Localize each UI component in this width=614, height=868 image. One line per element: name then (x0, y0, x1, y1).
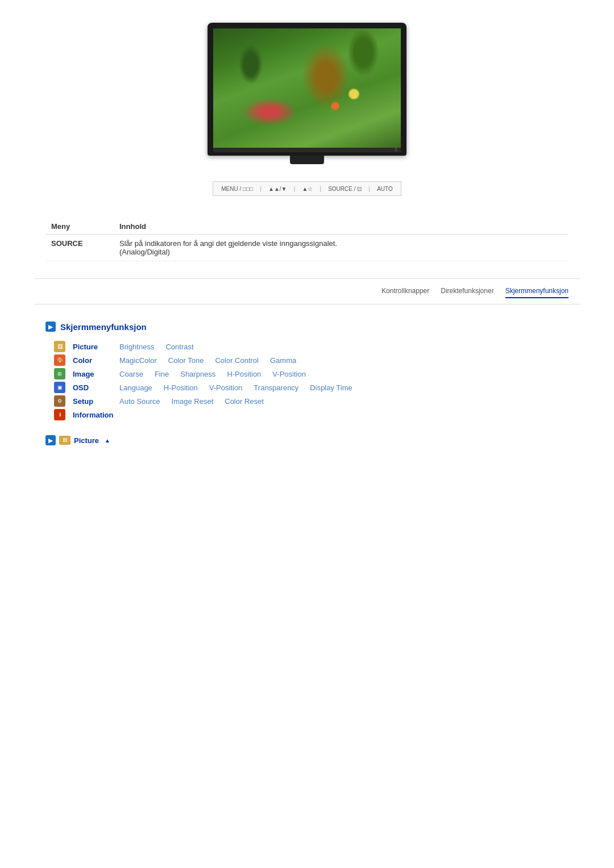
picture-label[interactable]: Picture (68, 343, 119, 351)
screen-menu-section: ▶ Skjermmenyfunksjon 🖼 Picture Brightnes… (34, 316, 580, 454)
adjust-icon: ▲☆ (302, 186, 313, 192)
menu-grid: 🖼 Picture Brightness Contrast 🎨 Color Ma… (51, 341, 569, 420)
image-fine[interactable]: Fine (155, 370, 169, 378)
osd-hposition[interactable]: H-Position (164, 383, 198, 392)
picture-contrast[interactable]: Contrast (165, 343, 193, 351)
ctrl-menu: MENU / □□□ (221, 186, 253, 192)
monitor-section (34, 23, 580, 164)
section-icon: ▶ (45, 322, 56, 332)
osd-label[interactable]: OSD (68, 383, 119, 392)
menu-row-information: ℹ Information (51, 409, 569, 420)
monitor-stand (290, 156, 324, 164)
picture-icon-cell: 🖼 (51, 341, 68, 352)
ctrl-auto: AUTO (377, 186, 393, 192)
image-hposition[interactable]: H-Position (227, 370, 261, 378)
image-vposition[interactable]: V-Position (272, 370, 306, 378)
osd-language[interactable]: Language (119, 383, 152, 392)
info-label[interactable]: Information (68, 411, 119, 419)
tab-direktefunksjoner[interactable]: Direktefunksjoner (441, 285, 493, 298)
row-content: Slår på indikatoren for å angi det gjeld… (114, 235, 569, 261)
picture-icon: 🖼 (54, 341, 65, 352)
setup-colorreset[interactable]: Color Reset (225, 397, 264, 406)
col1-header: Meny (45, 219, 114, 235)
breadcrumb-arrow: ▲ (105, 437, 110, 444)
menu-icon: MENU / □□□ (221, 186, 253, 192)
color-control[interactable]: Color Control (215, 356, 259, 365)
menu-row-setup: ⚙ Setup Auto Source Image Reset Color Re… (51, 395, 569, 407)
ctrl-separator-3: | (320, 185, 321, 192)
osd-icon: ▣ (54, 382, 65, 393)
source-icon: SOURCE / ⊡ (328, 186, 362, 192)
brightness-arrows-icon: ▲▲/▼ (268, 186, 287, 192)
setup-label[interactable]: Setup (68, 397, 119, 406)
row-label: SOURCE (45, 235, 114, 261)
color-label[interactable]: Color (68, 356, 119, 365)
ctrl-source: SOURCE / ⊡ (328, 186, 362, 192)
ctrl-separator-2: | (294, 185, 296, 192)
setup-icon: ⚙ (54, 395, 65, 407)
menu-row-osd: ▣ OSD Language H-Position V-Position Tra… (51, 382, 569, 393)
menu-row-color: 🎨 Color MagicColor Color Tone Color Cont… (51, 354, 569, 366)
image-coarse[interactable]: Coarse (119, 370, 143, 378)
image-label[interactable]: Image (68, 370, 119, 378)
color-items: MagicColor Color Tone Color Control Gamm… (119, 356, 296, 365)
osd-icon-cell: ▣ (51, 382, 68, 393)
section-header: ▶ Skjermmenyfunksjon (45, 322, 569, 332)
monitor-base (213, 148, 401, 152)
info-table-section: Meny Innhold SOURCE Slår på indikatoren … (34, 219, 580, 261)
tab-skjermmenyfunksjon[interactable]: Skjermmenyfunksjon (505, 285, 569, 298)
ctrl-separator-4: | (368, 185, 370, 192)
info-icon-cell: ℹ (51, 409, 68, 420)
setup-icon-cell: ⚙ (51, 395, 68, 407)
color-gamma[interactable]: Gamma (270, 356, 296, 365)
info-table: Meny Innhold SOURCE Slår på indikatoren … (45, 219, 569, 261)
image-icon: ⊞ (54, 368, 65, 379)
ctrl-source-adjust: ▲☆ (302, 186, 313, 192)
section-title: Skjermmenyfunksjon (60, 322, 147, 332)
control-bar-section: MENU / □□□ | ▲▲/▼ | ▲☆ | SOURCE / ⊡ | AU… (34, 181, 580, 196)
setup-items: Auto Source Image Reset Color Reset (119, 397, 264, 406)
col2-header: Innhold (114, 219, 569, 235)
menu-row-image: ⊞ Image Coarse Fine Sharpness H-Position… (51, 368, 569, 379)
picture-items: Brightness Contrast (119, 343, 194, 351)
color-icon: 🎨 (54, 354, 65, 366)
ctrl-brightness: ▲▲/▼ (268, 186, 287, 192)
setup-autosource[interactable]: Auto Source (119, 397, 160, 406)
breadcrumb-picture-icon: 🖼 (59, 436, 70, 445)
control-bar: MENU / □□□ | ▲▲/▼ | ▲☆ | SOURCE / ⊡ | AU… (213, 181, 401, 196)
color-tone[interactable]: Color Tone (168, 356, 204, 365)
osd-vposition[interactable]: V-Position (209, 383, 243, 392)
monitor-frame (208, 23, 406, 156)
breadcrumb-nav-icon: ▶ (45, 435, 56, 445)
info-icon: ℹ (54, 409, 65, 420)
monitor-screen (213, 28, 401, 148)
ctrl-separator-1: | (260, 185, 262, 192)
color-icon-cell: 🎨 (51, 354, 68, 366)
setup-imagereset[interactable]: Image Reset (172, 397, 214, 406)
auto-icon: AUTO (377, 186, 393, 192)
image-items: Coarse Fine Sharpness H-Position V-Posit… (119, 370, 306, 378)
image-icon-cell: ⊞ (51, 368, 68, 379)
osd-items: Language H-Position V-Position Transpare… (119, 383, 352, 392)
osd-transparency[interactable]: Transparency (254, 383, 298, 392)
picture-breadcrumb: ▶ 🖼 Picture ▲ (45, 432, 569, 449)
table-row: SOURCE Slår på indikatoren for å angi de… (45, 235, 569, 261)
image-sharpness[interactable]: Sharpness (180, 370, 215, 378)
breadcrumb-label: Picture (74, 436, 99, 445)
picture-brightness[interactable]: Brightness (119, 343, 154, 351)
menu-row-picture: 🖼 Picture Brightness Contrast (51, 341, 569, 352)
tab-kontrollknapper[interactable]: Kontrollknapper (381, 285, 429, 298)
color-magiccolor[interactable]: MagicColor (119, 356, 157, 365)
tabs-section: Kontrollknapper Direktefunksjoner Skjerm… (34, 278, 580, 304)
osd-displaytime[interactable]: Display Time (310, 383, 352, 392)
